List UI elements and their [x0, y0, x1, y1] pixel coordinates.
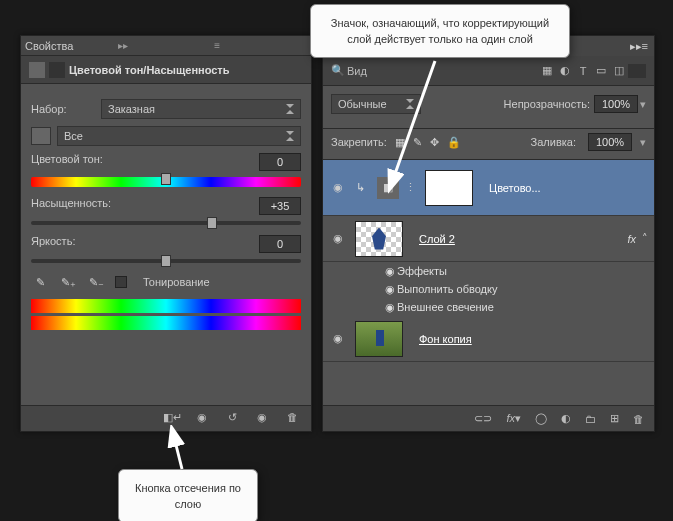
panel-menu-icon[interactable]: ≡ [210, 40, 307, 51]
eye-icon[interactable]: ◉ [329, 332, 347, 345]
layers-footer: ⊂⊃ fx▾ ◯ ◐ 🗀 ⊞ 🗑 [323, 405, 654, 431]
fill-dropdown-icon[interactable]: ▾ [640, 136, 646, 149]
callout-text: Кнопка отсечения по слою [135, 482, 241, 510]
eye-icon[interactable]: ◉ [329, 181, 347, 194]
hue-value[interactable]: 0 [259, 153, 301, 171]
hue-slider[interactable] [31, 177, 301, 187]
layer-thumb[interactable] [355, 221, 403, 257]
eye-icon[interactable]: ◉ [383, 283, 397, 296]
layer-row-adjustment[interactable]: ◉ ↳ ◧ ⋮ Цветово... [323, 160, 654, 216]
eyedropper-icon[interactable]: ✎ [31, 273, 49, 291]
opacity-dropdown-icon[interactable]: ▾ [640, 98, 646, 111]
preset-combo[interactable]: Заказная [101, 99, 301, 119]
filter-adjustment-icon[interactable]: ◐ [556, 64, 574, 77]
effects-group[interactable]: ◉Эффекты [323, 262, 654, 280]
lock-label: Закрепить: [331, 136, 387, 148]
link-icon[interactable]: ⋮ [403, 181, 417, 194]
fx-menu-icon[interactable]: fx▾ [506, 412, 521, 425]
eyedropper-add-icon[interactable]: ✎₊ [59, 273, 77, 291]
trash-icon[interactable]: 🗑 [633, 413, 644, 425]
layer-thumb[interactable] [355, 321, 403, 357]
hue-strip-bottom [31, 316, 301, 330]
view-previous-icon[interactable]: ◉ [193, 411, 211, 427]
effects-label: Эффекты [397, 265, 447, 277]
eye-icon[interactable]: ◉ [383, 265, 397, 278]
lock-row: Закрепить: ▦ ✎ ✥ 🔒 Заливка: 100% ▾ [323, 129, 654, 160]
preset-label: Набор: [31, 103, 101, 115]
lock-all-icon[interactable]: 🔒 [447, 136, 461, 149]
properties-header: Свойства ▸▸ ≡ [21, 36, 311, 56]
arrow-bottom [160, 425, 200, 473]
layer-name[interactable]: Слой 2 [419, 233, 627, 245]
hue-sat-adjustment-icon: ◧ [377, 177, 399, 199]
callout-clip-indicator: Значок, означающий, что корректирующий с… [310, 4, 570, 58]
lock-position-icon[interactable]: ✥ [430, 136, 439, 149]
reset-icon[interactable]: ↺ [223, 411, 241, 427]
filter-pixel-icon[interactable]: ▦ [538, 64, 556, 77]
layer-row-2[interactable]: ◉ Слой 2 fx ˄ [323, 216, 654, 262]
link-layers-icon[interactable]: ⊂⊃ [474, 412, 492, 425]
panel-menu-icon[interactable]: ≡ [642, 40, 648, 52]
layers-panel: ▸▸ ≡ 🔍 Вид ▦ ◐ T ▭ ◫ Обычные Непрозрачно… [322, 35, 655, 432]
blend-mode-combo[interactable]: Обычные [331, 94, 421, 114]
layer-name[interactable]: Цветово... [489, 182, 648, 194]
adjustment-type-icon [29, 62, 45, 78]
new-layer-icon[interactable]: ⊞ [610, 412, 619, 425]
properties-title: Свойства [25, 40, 114, 52]
filter-shape-icon[interactable]: ▭ [592, 64, 610, 77]
scrubby-icon[interactable] [31, 127, 51, 145]
filter-toggle[interactable] [628, 64, 646, 78]
colorize-checkbox[interactable] [115, 276, 127, 288]
saturation-value[interactable]: +35 [259, 197, 301, 215]
range-value: Все [64, 130, 83, 142]
filter-type-icon[interactable]: T [574, 65, 592, 77]
new-group-icon[interactable]: 🗀 [585, 413, 596, 425]
fill-label: Заливка: [531, 136, 576, 148]
glow-label: Внешнее свечение [397, 301, 494, 313]
eyedropper-sub-icon[interactable]: ✎₋ [87, 273, 105, 291]
filter-type[interactable]: Вид [347, 65, 538, 77]
lightness-slider[interactable] [31, 259, 301, 263]
callout-text: Значок, означающий, что корректирующий с… [331, 17, 549, 45]
fill-value[interactable]: 100% [588, 133, 632, 151]
preset-value: Заказная [108, 103, 155, 115]
lock-image-icon[interactable]: ✎ [413, 136, 422, 149]
fx-badge[interactable]: fx [627, 233, 636, 245]
effect-outer-glow[interactable]: ◉Внешнее свечение [323, 298, 654, 316]
clip-indicator-icon: ↳ [347, 181, 373, 194]
colorize-label: Тонирование [143, 276, 210, 288]
eye-icon[interactable]: ◉ [383, 301, 397, 314]
range-combo[interactable]: Все [57, 126, 301, 146]
collapse-icon[interactable]: ▸▸ [630, 40, 642, 53]
mask-icon [49, 62, 65, 78]
search-icon[interactable]: 🔍 [331, 64, 347, 77]
opacity-value[interactable]: 100% [594, 95, 638, 113]
callout-clip-button: Кнопка отсечения по слою [118, 469, 258, 521]
lightness-value[interactable]: 0 [259, 235, 301, 253]
saturation-label: Насыщенность: [31, 197, 111, 215]
filter-smart-icon[interactable]: ◫ [610, 64, 628, 77]
layer-row-3[interactable]: ◉ Фон копия [323, 316, 654, 362]
layers-filter-bar: 🔍 Вид ▦ ◐ T ▭ ◫ [323, 56, 654, 86]
adjustment-title: Цветовой тон/Насыщенность [69, 64, 230, 76]
adjustment-subheader: Цветовой тон/Насыщенность [21, 56, 311, 84]
lock-transparent-icon[interactable]: ▦ [395, 136, 405, 149]
layer-mask-thumb[interactable] [425, 170, 473, 206]
layer-name[interactable]: Фон копия [419, 333, 648, 345]
eye-icon[interactable]: ◉ [329, 232, 347, 245]
trash-icon[interactable]: 🗑 [283, 411, 301, 427]
stroke-label: Выполнить обводку [397, 283, 497, 295]
new-adjustment-icon[interactable]: ◐ [561, 412, 571, 425]
fx-expand-icon[interactable]: ˄ [642, 232, 648, 245]
lightness-label: Яркость: [31, 235, 75, 253]
properties-panel: Свойства ▸▸ ≡ Цветовой тон/Насыщенность … [20, 35, 312, 432]
effect-stroke[interactable]: ◉Выполнить обводку [323, 280, 654, 298]
add-mask-icon[interactable]: ◯ [535, 412, 547, 425]
clip-to-layer-button[interactable]: ◧↵ [163, 411, 181, 427]
opacity-label: Непрозрачность: [504, 98, 590, 110]
hue-strip-top [31, 299, 301, 313]
blend-mode-value: Обычные [338, 98, 387, 110]
collapse-icon[interactable]: ▸▸ [114, 40, 211, 51]
saturation-slider[interactable] [31, 221, 301, 225]
visibility-icon[interactable]: ◉ [253, 411, 271, 427]
